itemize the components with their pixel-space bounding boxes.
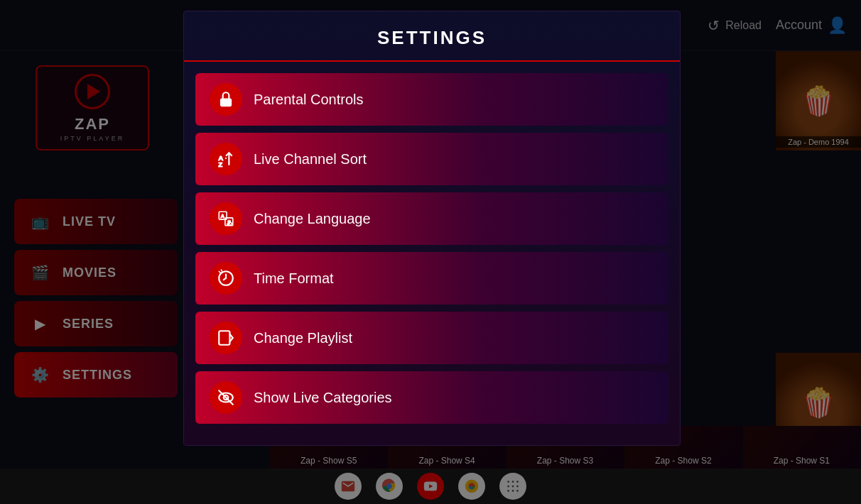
change-playlist-icon — [217, 329, 235, 347]
settings-items-list: Parental Controls A Z Live Channel Sort — [184, 73, 680, 424]
svg-rect-11 — [220, 99, 231, 106]
svg-rect-21 — [219, 331, 229, 345]
settings-label-language: Change Language — [254, 211, 371, 227]
settings-item-sort[interactable]: A Z Live Channel Sort — [195, 133, 668, 185]
playlist-icon — [210, 322, 242, 354]
eye-off-icon — [217, 388, 235, 407]
svg-text:A: A — [220, 213, 224, 219]
settings-item-parental[interactable]: Parental Controls — [195, 73, 668, 126]
svg-text:あ: あ — [227, 219, 232, 226]
settings-label-time: Time Format — [254, 270, 334, 287]
translate-icon: A あ — [217, 209, 235, 228]
settings-label-playlist: Change Playlist — [254, 330, 352, 346]
settings-label-parental: Parental Controls — [254, 92, 364, 108]
settings-item-categories[interactable]: Show Live Categories — [195, 371, 668, 424]
settings-item-playlist[interactable]: Change Playlist — [195, 312, 668, 364]
az-sort-icon: A Z — [217, 150, 235, 168]
time-icon — [210, 262, 242, 295]
settings-item-language[interactable]: A あ Change Language — [195, 192, 668, 245]
svg-text:Z: Z — [218, 160, 222, 168]
settings-title: SETTINGS — [184, 11, 680, 62]
categories-icon — [210, 381, 242, 414]
clock-icon — [217, 269, 235, 287]
lock-icon — [217, 90, 235, 109]
settings-panel: SETTINGS Parental Controls A Z — [183, 11, 681, 446]
settings-item-time[interactable]: Time Format — [195, 252, 668, 305]
settings-label-categories: Show Live Categories — [254, 390, 392, 406]
sort-icon: A Z — [210, 143, 242, 175]
settings-label-sort: Live Channel Sort — [254, 151, 367, 168]
parental-icon — [210, 83, 242, 116]
language-icon: A あ — [210, 202, 242, 235]
